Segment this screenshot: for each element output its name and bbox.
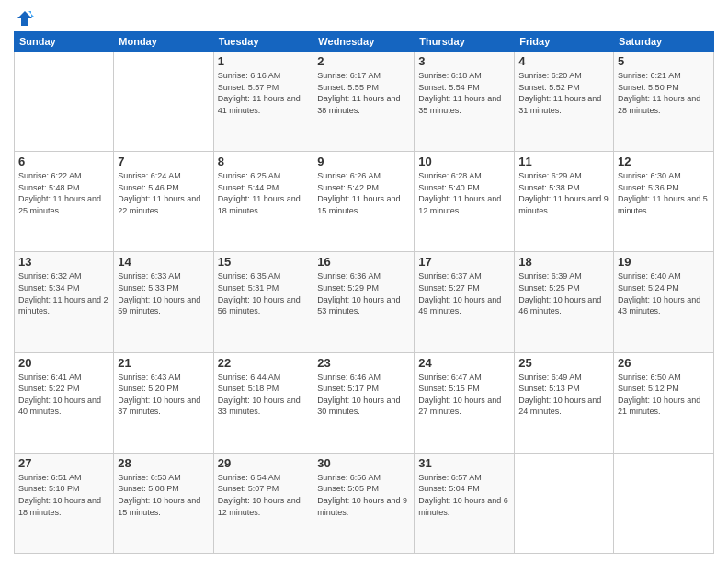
weekday-header-tuesday: Tuesday xyxy=(213,32,313,52)
day-info: Sunrise: 6:39 AM Sunset: 5:25 PM Dayligh… xyxy=(518,270,609,316)
calendar-cell: 4Sunrise: 6:20 AM Sunset: 5:52 PM Daylig… xyxy=(515,52,614,152)
day-info: Sunrise: 6:35 AM Sunset: 5:31 PM Dayligh… xyxy=(218,270,310,316)
day-info: Sunrise: 6:17 AM Sunset: 5:55 PM Dayligh… xyxy=(317,70,410,116)
calendar-cell: 28Sunrise: 6:53 AM Sunset: 5:08 PM Dayli… xyxy=(114,453,213,553)
calendar-cell: 8Sunrise: 6:25 AM Sunset: 5:44 PM Daylig… xyxy=(213,152,313,252)
day-number: 27 xyxy=(18,456,109,470)
weekday-header-friday: Friday xyxy=(515,32,614,52)
day-info: Sunrise: 6:40 AM Sunset: 5:24 PM Dayligh… xyxy=(618,270,710,316)
calendar-cell: 1Sunrise: 6:16 AM Sunset: 5:57 PM Daylig… xyxy=(213,52,313,152)
weekday-header-wednesday: Wednesday xyxy=(313,32,415,52)
day-number: 23 xyxy=(317,356,410,370)
day-number: 14 xyxy=(118,255,209,269)
logo-icon xyxy=(16,9,34,28)
day-number: 19 xyxy=(618,255,710,269)
day-number: 6 xyxy=(18,155,109,168)
day-number: 10 xyxy=(418,155,510,168)
weekday-header-thursday: Thursday xyxy=(415,32,515,52)
day-number: 9 xyxy=(317,155,410,168)
header xyxy=(14,9,714,24)
calendar-cell: 17Sunrise: 6:37 AM Sunset: 5:27 PM Dayli… xyxy=(415,252,515,352)
calendar-week-3: 13Sunrise: 6:32 AM Sunset: 5:34 PM Dayli… xyxy=(15,252,714,352)
day-number: 30 xyxy=(317,456,410,470)
day-info: Sunrise: 6:24 AM Sunset: 5:46 PM Dayligh… xyxy=(118,170,209,216)
calendar-cell: 19Sunrise: 6:40 AM Sunset: 5:24 PM Dayli… xyxy=(614,252,714,352)
day-info: Sunrise: 6:29 AM Sunset: 5:38 PM Dayligh… xyxy=(518,170,609,216)
day-number: 8 xyxy=(218,155,310,168)
day-info: Sunrise: 6:46 AM Sunset: 5:17 PM Dayligh… xyxy=(317,372,410,418)
day-number: 20 xyxy=(18,356,109,370)
calendar-week-2: 6Sunrise: 6:22 AM Sunset: 5:48 PM Daylig… xyxy=(15,152,714,252)
calendar-cell: 27Sunrise: 6:51 AM Sunset: 5:10 PM Dayli… xyxy=(15,453,114,553)
day-info: Sunrise: 6:44 AM Sunset: 5:18 PM Dayligh… xyxy=(218,372,310,418)
calendar-cell: 10Sunrise: 6:28 AM Sunset: 5:40 PM Dayli… xyxy=(415,152,515,252)
day-info: Sunrise: 6:43 AM Sunset: 5:20 PM Dayligh… xyxy=(118,372,209,418)
day-info: Sunrise: 6:41 AM Sunset: 5:22 PM Dayligh… xyxy=(18,372,109,418)
calendar-cell xyxy=(614,453,714,553)
day-info: Sunrise: 6:37 AM Sunset: 5:27 PM Dayligh… xyxy=(418,270,510,316)
weekday-header-sunday: Sunday xyxy=(15,32,114,52)
logo xyxy=(14,9,34,24)
day-info: Sunrise: 6:49 AM Sunset: 5:13 PM Dayligh… xyxy=(518,372,609,418)
calendar-cell: 30Sunrise: 6:56 AM Sunset: 5:05 PM Dayli… xyxy=(313,453,415,553)
day-info: Sunrise: 6:50 AM Sunset: 5:12 PM Dayligh… xyxy=(618,372,710,418)
day-number: 24 xyxy=(418,356,510,370)
calendar-cell xyxy=(515,453,614,553)
calendar-cell: 31Sunrise: 6:57 AM Sunset: 5:04 PM Dayli… xyxy=(415,453,515,553)
day-number: 29 xyxy=(218,456,310,470)
calendar-cell: 21Sunrise: 6:43 AM Sunset: 5:20 PM Dayli… xyxy=(114,352,213,453)
day-info: Sunrise: 6:36 AM Sunset: 5:29 PM Dayligh… xyxy=(317,270,410,316)
day-number: 18 xyxy=(518,255,609,269)
calendar-cell: 6Sunrise: 6:22 AM Sunset: 5:48 PM Daylig… xyxy=(15,152,114,252)
day-number: 13 xyxy=(18,255,109,269)
calendar-cell: 24Sunrise: 6:47 AM Sunset: 5:15 PM Dayli… xyxy=(415,352,515,453)
day-info: Sunrise: 6:16 AM Sunset: 5:57 PM Dayligh… xyxy=(218,70,310,116)
day-number: 31 xyxy=(418,456,510,470)
weekday-header-saturday: Saturday xyxy=(614,32,714,52)
day-number: 7 xyxy=(118,155,209,168)
calendar: SundayMondayTuesdayWednesdayThursdayFrid… xyxy=(14,31,714,554)
calendar-cell: 18Sunrise: 6:39 AM Sunset: 5:25 PM Dayli… xyxy=(515,252,614,352)
day-info: Sunrise: 6:21 AM Sunset: 5:50 PM Dayligh… xyxy=(618,70,710,116)
calendar-cell: 23Sunrise: 6:46 AM Sunset: 5:17 PM Dayli… xyxy=(313,352,415,453)
day-info: Sunrise: 6:25 AM Sunset: 5:44 PM Dayligh… xyxy=(218,170,310,216)
calendar-cell: 16Sunrise: 6:36 AM Sunset: 5:29 PM Dayli… xyxy=(313,252,415,352)
calendar-cell: 11Sunrise: 6:29 AM Sunset: 5:38 PM Dayli… xyxy=(515,152,614,252)
calendar-cell: 2Sunrise: 6:17 AM Sunset: 5:55 PM Daylig… xyxy=(313,52,415,152)
weekday-header-row: SundayMondayTuesdayWednesdayThursdayFrid… xyxy=(15,32,714,52)
day-info: Sunrise: 6:20 AM Sunset: 5:52 PM Dayligh… xyxy=(518,70,609,116)
calendar-cell: 5Sunrise: 6:21 AM Sunset: 5:50 PM Daylig… xyxy=(614,52,714,152)
day-info: Sunrise: 6:56 AM Sunset: 5:05 PM Dayligh… xyxy=(317,472,410,518)
day-info: Sunrise: 6:30 AM Sunset: 5:36 PM Dayligh… xyxy=(618,170,710,216)
calendar-cell: 13Sunrise: 6:32 AM Sunset: 5:34 PM Dayli… xyxy=(15,252,114,352)
calendar-cell: 14Sunrise: 6:33 AM Sunset: 5:33 PM Dayli… xyxy=(114,252,213,352)
day-info: Sunrise: 6:57 AM Sunset: 5:04 PM Dayligh… xyxy=(418,472,510,518)
day-number: 1 xyxy=(218,54,310,68)
day-number: 2 xyxy=(317,54,410,68)
day-number: 22 xyxy=(218,356,310,370)
calendar-cell: 3Sunrise: 6:18 AM Sunset: 5:54 PM Daylig… xyxy=(415,52,515,152)
calendar-cell: 15Sunrise: 6:35 AM Sunset: 5:31 PM Dayli… xyxy=(213,252,313,352)
day-info: Sunrise: 6:28 AM Sunset: 5:40 PM Dayligh… xyxy=(418,170,510,216)
day-info: Sunrise: 6:47 AM Sunset: 5:15 PM Dayligh… xyxy=(418,372,510,418)
calendar-cell xyxy=(114,52,213,152)
day-number: 16 xyxy=(317,255,410,269)
day-number: 28 xyxy=(118,456,209,470)
day-number: 21 xyxy=(118,356,209,370)
day-number: 12 xyxy=(618,155,710,168)
day-info: Sunrise: 6:18 AM Sunset: 5:54 PM Dayligh… xyxy=(418,70,510,116)
day-number: 4 xyxy=(518,54,609,68)
calendar-cell: 20Sunrise: 6:41 AM Sunset: 5:22 PM Dayli… xyxy=(15,352,114,453)
page: SundayMondayTuesdayWednesdayThursdayFrid… xyxy=(0,0,728,563)
calendar-week-1: 1Sunrise: 6:16 AM Sunset: 5:57 PM Daylig… xyxy=(15,52,714,152)
calendar-cell: 25Sunrise: 6:49 AM Sunset: 5:13 PM Dayli… xyxy=(515,352,614,453)
day-number: 26 xyxy=(618,356,710,370)
day-number: 25 xyxy=(518,356,609,370)
day-info: Sunrise: 6:32 AM Sunset: 5:34 PM Dayligh… xyxy=(18,270,109,316)
calendar-cell: 9Sunrise: 6:26 AM Sunset: 5:42 PM Daylig… xyxy=(313,152,415,252)
day-info: Sunrise: 6:54 AM Sunset: 5:07 PM Dayligh… xyxy=(218,472,310,518)
day-info: Sunrise: 6:51 AM Sunset: 5:10 PM Dayligh… xyxy=(18,472,109,518)
calendar-cell: 22Sunrise: 6:44 AM Sunset: 5:18 PM Dayli… xyxy=(213,352,313,453)
weekday-header-monday: Monday xyxy=(114,32,213,52)
svg-marker-0 xyxy=(17,11,32,26)
